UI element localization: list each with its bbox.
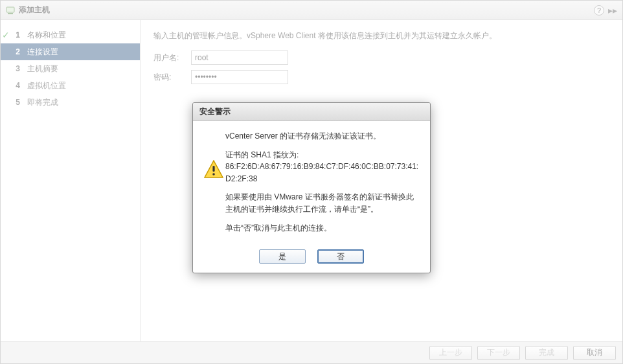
svg-rect-3: [212, 166, 214, 172]
dialog-text: vCenter Server 的证书存储无法验证该证书。 证书的 SHA1 指纹…: [225, 130, 421, 240]
warning-icon: [202, 130, 225, 240]
yes-button[interactable]: 是: [259, 249, 306, 264]
dialog-line2: 证书的 SHA1 指纹为:: [225, 149, 421, 161]
dialog-title: 安全警示: [193, 103, 430, 121]
security-alert-dialog: 安全警示 vCenter Server 的证书存储无法验证该证书。 证书的 SH…: [192, 102, 431, 273]
svg-point-4: [212, 173, 215, 176]
dialog-actions: 是 否: [193, 244, 430, 273]
dialog-body: vCenter Server 的证书存储无法验证该证书。 证书的 SHA1 指纹…: [193, 121, 430, 244]
dialog-fingerprint: 86:F2:6D:A8:67:79:16:B9:84:C7:DF:46:0C:B…: [225, 161, 421, 185]
dialog-line4: 单击“否”取消与此主机的连接。: [225, 222, 421, 234]
no-button[interactable]: 否: [317, 249, 364, 264]
dialog-line1: vCenter Server 的证书存储无法验证该证书。: [225, 130, 421, 142]
modal-overlay: 安全警示 vCenter Server 的证书存储无法验证该证书。 证书的 SH…: [0, 0, 623, 364]
dialog-line3: 如果要使用由 VMware 证书服务器签名的新证书替换此主机的证书并继续执行工作…: [225, 191, 421, 215]
wizard-window: 添加主机 ? ▸▸ ✓ 1 名称和位置 2 连接设置 3 主机摘要 4 虚拟机位…: [0, 0, 623, 364]
